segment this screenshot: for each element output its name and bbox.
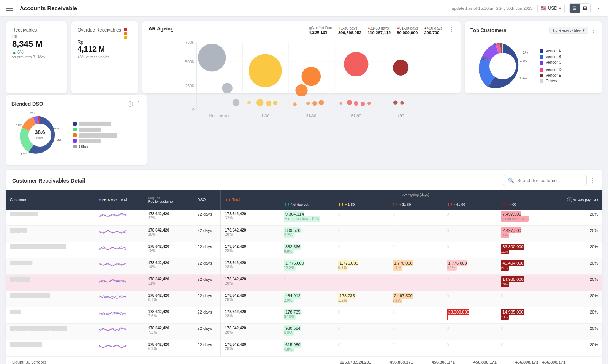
table-row-not-due: 0 xyxy=(280,275,334,291)
sidebar-toggle-button[interactable] xyxy=(6,4,15,13)
svg-point-30 xyxy=(293,102,297,106)
legend-vendor-d: Vendor D xyxy=(540,68,562,72)
table-row-rev: 178,642,420 6.9% xyxy=(144,340,194,356)
table-row-late-payment: 20% xyxy=(551,291,602,307)
table-row-mini-chart xyxy=(95,291,144,307)
overdue-bar-1 xyxy=(124,28,127,31)
dso-info-icon[interactable]: i xyxy=(128,101,133,107)
col-header-ar-ageing-days: AR Ageing (days) xyxy=(280,190,551,200)
table-row-1-30: 0 xyxy=(334,226,389,242)
vendor-d-color xyxy=(540,68,543,72)
dso-legend: ████████████ ████████ ██████████████ xyxy=(73,122,117,149)
table-row-late-payment: 20% xyxy=(551,324,602,340)
customer-receivables-table-section: Customer Receivables Detail 🔍 ⋮ Customer xyxy=(6,170,602,364)
footer-total-2: 456,808,171 xyxy=(417,360,459,364)
chevron-down-icon: ▾ xyxy=(559,6,561,11)
customer-search-box[interactable]: 🔍 xyxy=(503,175,587,186)
vendor-d-label: Vendor D xyxy=(546,68,562,72)
legend-61-90: ● 61-90 days 80,000,000 xyxy=(397,26,418,35)
card-view-button[interactable]: ⊞ xyxy=(570,4,580,13)
svg-point-23 xyxy=(273,101,278,106)
svg-text:1-30: 1-30 xyxy=(261,114,269,118)
table-row-gt90: 0 xyxy=(497,324,551,340)
overdue-subtitle: 48% of receivables xyxy=(78,55,132,59)
svg-text:18%: 18% xyxy=(481,57,488,60)
customer-search-input[interactable] xyxy=(517,178,582,183)
currency-selector[interactable]: 🇺🇸 USD ▾ xyxy=(537,4,565,13)
table-row-31-60: 0 xyxy=(389,210,443,226)
table-row-total: 178,642,420 32% xyxy=(221,210,280,226)
legend-gt90: ● >90 days 299,700 xyxy=(424,26,442,35)
svg-text:28%: 28% xyxy=(486,83,492,87)
table-row-rev: 178,642,420 32% xyxy=(144,210,194,226)
table-row-1-30: 0 xyxy=(334,307,389,324)
vendor-a-color xyxy=(540,49,543,53)
vendor-e-color xyxy=(540,74,543,77)
svg-text:5%: 5% xyxy=(30,112,35,115)
svg-point-22 xyxy=(266,101,271,106)
dso-content: 38.6 days 48% 28% 18% 5% 2% ████████████ xyxy=(11,110,141,160)
col-header-may: May '23 Rev by customer xyxy=(144,190,194,210)
table-row-not-due: 615,9804.8% xyxy=(280,340,334,356)
svg-text:38.6: 38.6 xyxy=(35,129,45,135)
table-row-31-60: 2,497,5009.1% xyxy=(389,291,443,307)
svg-point-19 xyxy=(233,99,239,106)
table-row-61-90: 0 xyxy=(443,275,497,291)
table-row-dso: 22 days xyxy=(194,226,221,242)
table-row-61-90: 0 xyxy=(443,340,497,356)
top-customers-donut-svg: 48% 28% 18% 5% 3.6% 2% xyxy=(470,38,535,95)
svg-text:48%: 48% xyxy=(520,59,527,63)
table-row-customer: ████ xyxy=(6,307,95,324)
overdue-header: Overdue Receivables xyxy=(78,27,132,39)
svg-point-21 xyxy=(256,99,263,106)
table-row-rev: 178,642,420 7.6% xyxy=(144,307,194,324)
table-row-31-60: 0 xyxy=(389,340,443,356)
table-row-1-30: 0 xyxy=(334,242,389,258)
table-more-options-button[interactable]: ⋮ xyxy=(590,177,596,184)
table-row-mini-chart xyxy=(95,210,144,226)
table-row-total: 178,642,420 28% xyxy=(221,258,280,275)
table-row-late-payment: 20% xyxy=(551,275,602,291)
table-row-late-payment: 20% xyxy=(551,340,602,356)
ar-ageing-more-button[interactable]: ⋮ xyxy=(448,26,454,35)
svg-point-17 xyxy=(198,44,226,72)
svg-text:18%: 18% xyxy=(16,124,22,127)
by-receivables-button[interactable]: by Receivables ▾ xyxy=(549,27,588,34)
table-row-dso: 22 days xyxy=(194,258,221,275)
overdue-bars xyxy=(124,28,127,39)
last-updated-timestamp: updated as of 15:30pm SGT, 30th Jun 2023 xyxy=(452,6,533,11)
header-left: Accounts Receivable xyxy=(6,4,77,13)
late-payment-info-icon[interactable]: i xyxy=(567,197,572,202)
table-row-customer: ████ ██ xyxy=(6,226,95,242)
gt90-value: 299,700 xyxy=(424,30,439,35)
svg-point-31 xyxy=(344,52,368,76)
table-row-late-payment: 20% xyxy=(551,242,602,258)
overdue-bar-3 xyxy=(124,36,127,39)
col-header-dso: DSO xyxy=(194,190,221,210)
dso-header: Blended DSO i ⋮ xyxy=(11,100,141,107)
svg-text:days: days xyxy=(36,136,44,140)
top-customers-more-button[interactable]: ⋮ xyxy=(591,27,597,34)
table-row-total: 178,642,420 28% xyxy=(221,307,280,324)
header-more-options-button[interactable]: ⋮ xyxy=(595,4,602,13)
col-header-31-60: ⬆⬇ ● 31-60 xyxy=(389,200,443,210)
table-row-not-due: 484,9122.9% xyxy=(280,291,334,307)
svg-text:48%: 48% xyxy=(53,127,59,130)
1-30-value: 399,896,052 xyxy=(338,30,361,35)
dso-more-button[interactable]: ⋮ xyxy=(135,100,141,107)
vendor-count: Count: 36 vendors xyxy=(12,360,46,364)
table-row-gt90: 2,497,50011% xyxy=(497,226,551,242)
table-view-button[interactable]: ⊟ xyxy=(580,4,590,13)
view-toggle: ⊞ ⊟ xyxy=(569,3,591,13)
table-row-1-30: 178,7351.2% xyxy=(334,291,389,307)
table-row-gt90: 0 xyxy=(497,291,551,307)
overdue-currency: Rp xyxy=(78,39,132,45)
col-header-late-payment: i % Late payment xyxy=(551,190,602,210)
table-row-total: 178,642,420 28% xyxy=(221,340,280,356)
svg-point-26 xyxy=(295,84,307,96)
table-row-rev: 178,642,420 14% xyxy=(144,258,194,275)
svg-text:31-60: 31-60 xyxy=(306,114,317,118)
table-row-customer: ██ █████ xyxy=(6,275,95,291)
table-row-rev: 178,642,420 7.2% xyxy=(144,324,194,340)
table-row-late-payment: 20% xyxy=(551,226,602,242)
